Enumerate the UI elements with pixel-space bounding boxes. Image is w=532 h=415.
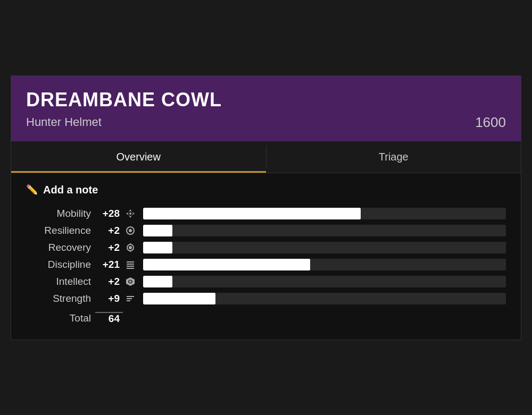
stat-row-intellect: Intellect +2 — [26, 276, 506, 287]
item-subtitle: Hunter Helmet — [26, 115, 102, 129]
stat-row-strength: Strength +9 — [26, 293, 506, 304]
svg-point-17 — [129, 281, 131, 283]
intellect-icon — [123, 277, 138, 286]
item-card: DREAMBANE COWL Hunter Helmet 1600 Overvi… — [11, 75, 521, 340]
svg-rect-20 — [127, 300, 130, 301]
svg-rect-19 — [127, 298, 132, 299]
stat-bar-container-recovery — [143, 242, 506, 253]
stat-value-intellect: +2 — [95, 276, 123, 287]
stat-value-discipline: +21 — [95, 259, 123, 270]
recovery-icon — [123, 243, 138, 252]
svg-rect-13 — [127, 266, 134, 267]
svg-rect-11 — [127, 261, 134, 262]
stat-row-resilience: Resilience +2 — [26, 225, 506, 236]
stat-name-mobility: Mobility — [26, 208, 95, 219]
svg-point-4 — [129, 213, 131, 215]
pencil-icon: ✏️ — [26, 184, 38, 196]
svg-point-6 — [129, 229, 132, 232]
stat-bar-container-mobility — [143, 208, 506, 219]
stat-name-strength: Strength — [26, 293, 95, 304]
stat-bar-container-discipline — [143, 259, 506, 270]
discipline-icon — [123, 260, 138, 269]
stat-bar-fill-mobility — [143, 208, 361, 219]
svg-marker-1 — [129, 215, 132, 218]
strength-icon — [123, 294, 138, 303]
tab-overview[interactable]: Overview — [11, 141, 266, 173]
svg-rect-14 — [127, 268, 134, 269]
stat-value-resilience: +2 — [95, 225, 123, 236]
content-area: ✏️ Add a note Mobility +28 — [11, 173, 521, 340]
stat-bar-container-strength — [143, 293, 506, 304]
svg-point-8 — [129, 246, 132, 249]
stat-bar-container-resilience — [143, 225, 506, 236]
svg-marker-0 — [129, 209, 132, 212]
stat-row-discipline: Discipline +21 — [26, 259, 506, 270]
stat-bar-fill-recovery — [143, 242, 172, 253]
total-label: Total — [26, 312, 95, 324]
stat-name-recovery: Recovery — [26, 242, 95, 253]
total-row: Total 64 — [26, 310, 506, 325]
stat-value-strength: +9 — [95, 293, 123, 304]
svg-marker-2 — [126, 212, 129, 215]
mobility-icon — [123, 209, 138, 218]
stat-name-discipline: Discipline — [26, 259, 95, 270]
stat-bar-fill-discipline — [143, 259, 310, 270]
stat-bar-fill-intellect — [143, 276, 172, 287]
svg-rect-18 — [127, 296, 134, 297]
svg-rect-12 — [127, 264, 134, 265]
total-value: 64 — [95, 312, 123, 325]
stat-value-mobility: +28 — [95, 208, 123, 219]
tab-bar: Overview Triage — [11, 141, 521, 173]
item-title: DREAMBANE COWL — [26, 89, 506, 111]
item-power: 1600 — [475, 114, 506, 131]
stat-bar-container-intellect — [143, 276, 506, 287]
tab-triage[interactable]: Triage — [267, 141, 521, 173]
stat-row-mobility: Mobility +28 — [26, 208, 506, 219]
stat-name-resilience: Resilience — [26, 225, 95, 236]
resilience-icon — [123, 226, 138, 235]
stat-bar-fill-strength — [143, 293, 215, 304]
stat-name-intellect: Intellect — [26, 276, 95, 287]
add-note-section[interactable]: ✏️ Add a note — [26, 184, 506, 196]
stat-row-recovery: Recovery +2 — [26, 242, 506, 253]
stat-value-recovery: +2 — [95, 242, 123, 253]
add-note-label: Add a note — [43, 184, 98, 196]
stats-table: Mobility +28 Resilience — [26, 208, 506, 325]
stat-bar-fill-resilience — [143, 225, 172, 236]
item-header: DREAMBANE COWL Hunter Helmet 1600 — [11, 76, 521, 141]
svg-marker-3 — [132, 212, 135, 215]
